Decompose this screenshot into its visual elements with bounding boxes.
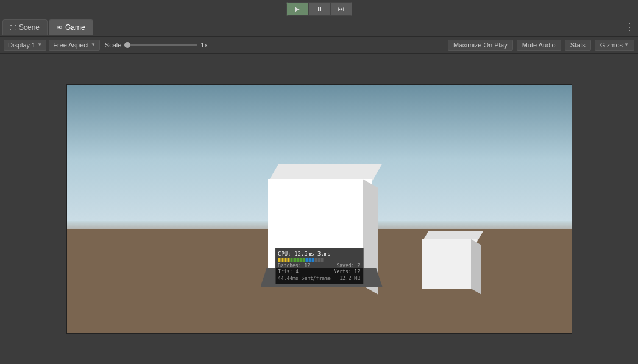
stats-bar-seg-7 [296, 258, 299, 262]
stats-bar-seg-9 [302, 258, 305, 262]
stats-footer-left: 44.44ms Sent/frame [278, 276, 331, 281]
stats-bar-seg-11 [308, 258, 311, 262]
play-button[interactable]: ▶ [286, 2, 308, 16]
game-icon: 👁 [57, 24, 63, 31]
stats-overlay: CPU: 12.5ms 3.ms Batches: 12 [275, 248, 363, 284]
tab-scene[interactable]: ⛶ Scene [2, 19, 48, 35]
display-arrow-icon: ▼ [37, 42, 42, 47]
stats-bar-seg-13 [314, 258, 317, 262]
stats-bar-seg-6 [293, 258, 296, 262]
stats-row-2: Tris: 4 Verts: 12 [278, 269, 360, 275]
stats-label: Stats [570, 41, 586, 49]
scale-value: 1x [200, 41, 210, 49]
stats-bar-seg-2 [281, 258, 283, 262]
tab-game-label: Game [65, 23, 85, 32]
playback-controls: ▶ ⏸ ⏭ [286, 2, 352, 16]
stats-batches: Batches: 12 [278, 263, 310, 268]
aspect-dropdown[interactable]: Free Aspect ▼ [49, 40, 100, 51]
stats-bar-row [278, 258, 360, 262]
maximize-button[interactable]: Maximize On Play [448, 40, 513, 51]
aspect-arrow-icon: ▼ [91, 42, 96, 47]
stats-bar-seg-12 [311, 258, 314, 262]
display-dropdown[interactable]: Display 1 ▼ [4, 40, 46, 51]
mute-audio-button[interactable]: Mute Audio [517, 40, 561, 51]
stats-saved: Saved: 2 [336, 263, 360, 268]
gizmos-button[interactable]: Gizmos ▼ [595, 40, 634, 51]
stats-bar-seg-8 [299, 258, 302, 262]
stats-bar-seg-1 [278, 258, 280, 262]
display-label: Display 1 [8, 41, 35, 49]
tab-bar: ⛶ Scene 👁 Game ⋮ [0, 18, 638, 37]
step-button[interactable]: ⏭ [330, 2, 352, 16]
stats-tris: Tris: 4 [278, 269, 299, 275]
stats-title: CPU: 12.5ms 3.ms [278, 251, 360, 257]
stats-bar-seg-10 [305, 258, 308, 262]
stats-row-1: Batches: 12 Saved: 2 [278, 263, 360, 268]
scene-icon: ⛶ [10, 24, 16, 31]
aspect-label: Free Aspect [53, 41, 89, 49]
top-toolbar: ▶ ⏸ ⏭ [0, 0, 638, 18]
scale-group: Scale 1x [105, 41, 211, 49]
stats-bar-seg-4 [287, 258, 289, 262]
stats-bar-seg-14 [317, 258, 320, 262]
gizmos-arrow-icon: ▼ [624, 42, 629, 47]
stats-button[interactable]: Stats [565, 40, 591, 51]
stats-footer: 44.44ms Sent/frame 12.2 MB [278, 276, 360, 281]
scale-slider[interactable] [124, 44, 197, 46]
stats-verts: Verts: 12 [334, 269, 360, 275]
maximize-label: Maximize On Play [453, 41, 508, 49]
pause-button[interactable]: ⏸ [308, 2, 330, 16]
tab-game[interactable]: 👁 Game [49, 19, 93, 35]
tab-more-button[interactable]: ⋮ [625, 21, 634, 33]
options-bar: Display 1 ▼ Free Aspect ▼ Scale 1x Maxim… [0, 37, 638, 54]
small-cube-front [422, 239, 477, 289]
gizmos-label: Gizmos [600, 41, 623, 49]
stats-bar-seg-15 [321, 258, 323, 262]
stats-bar-seg-5 [290, 258, 292, 262]
tab-scene-label: Scene [19, 23, 40, 32]
scale-label: Scale [105, 41, 122, 49]
mute-audio-label: Mute Audio [522, 41, 556, 49]
main-content: CPU: 12.5ms 3.ms Batches: 12 [0, 54, 638, 364]
stats-footer-right: 12.2 MB [339, 276, 360, 281]
small-cube-side [471, 239, 481, 294]
small-cube [422, 231, 477, 289]
stats-bar-seg-3 [284, 258, 286, 262]
game-viewport: CPU: 12.5ms 3.ms Batches: 12 [66, 84, 572, 334]
